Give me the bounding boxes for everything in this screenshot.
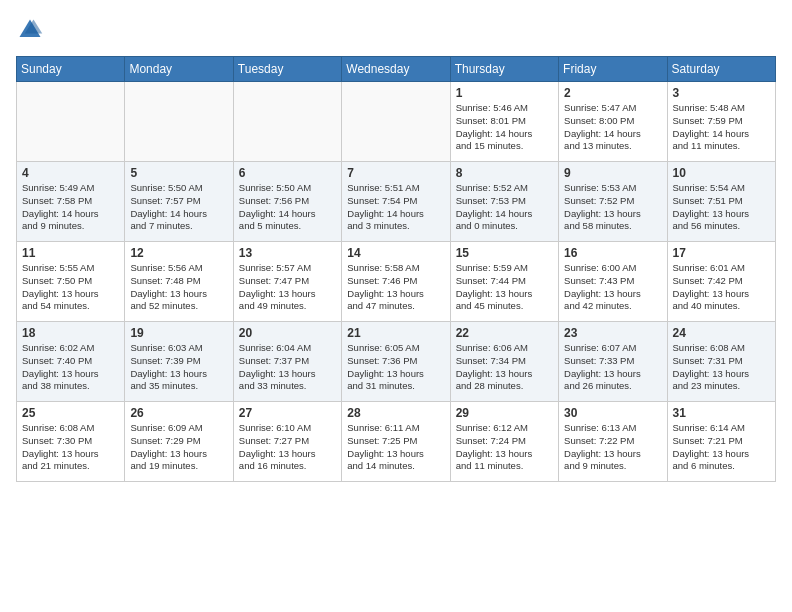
day-number: 10 bbox=[673, 166, 770, 180]
day-detail: Sunrise: 6:08 AM Sunset: 7:31 PM Dayligh… bbox=[673, 342, 770, 393]
calendar-cell: 23Sunrise: 6:07 AM Sunset: 7:33 PM Dayli… bbox=[559, 322, 667, 402]
day-number: 23 bbox=[564, 326, 661, 340]
day-number: 8 bbox=[456, 166, 553, 180]
day-detail: Sunrise: 6:06 AM Sunset: 7:34 PM Dayligh… bbox=[456, 342, 553, 393]
day-detail: Sunrise: 6:04 AM Sunset: 7:37 PM Dayligh… bbox=[239, 342, 336, 393]
day-detail: Sunrise: 5:49 AM Sunset: 7:58 PM Dayligh… bbox=[22, 182, 119, 233]
day-detail: Sunrise: 6:13 AM Sunset: 7:22 PM Dayligh… bbox=[564, 422, 661, 473]
day-number: 20 bbox=[239, 326, 336, 340]
day-number: 5 bbox=[130, 166, 227, 180]
day-detail: Sunrise: 6:10 AM Sunset: 7:27 PM Dayligh… bbox=[239, 422, 336, 473]
day-detail: Sunrise: 5:50 AM Sunset: 7:56 PM Dayligh… bbox=[239, 182, 336, 233]
day-number: 26 bbox=[130, 406, 227, 420]
calendar-cell: 4Sunrise: 5:49 AM Sunset: 7:58 PM Daylig… bbox=[17, 162, 125, 242]
day-number: 7 bbox=[347, 166, 444, 180]
calendar-cell: 10Sunrise: 5:54 AM Sunset: 7:51 PM Dayli… bbox=[667, 162, 775, 242]
day-detail: Sunrise: 6:03 AM Sunset: 7:39 PM Dayligh… bbox=[130, 342, 227, 393]
calendar-cell: 5Sunrise: 5:50 AM Sunset: 7:57 PM Daylig… bbox=[125, 162, 233, 242]
day-detail: Sunrise: 6:11 AM Sunset: 7:25 PM Dayligh… bbox=[347, 422, 444, 473]
day-detail: Sunrise: 6:14 AM Sunset: 7:21 PM Dayligh… bbox=[673, 422, 770, 473]
calendar-week-row: 1Sunrise: 5:46 AM Sunset: 8:01 PM Daylig… bbox=[17, 82, 776, 162]
calendar-cell: 19Sunrise: 6:03 AM Sunset: 7:39 PM Dayli… bbox=[125, 322, 233, 402]
day-number: 13 bbox=[239, 246, 336, 260]
day-number: 30 bbox=[564, 406, 661, 420]
calendar-cell: 22Sunrise: 6:06 AM Sunset: 7:34 PM Dayli… bbox=[450, 322, 558, 402]
day-of-week-header: Saturday bbox=[667, 57, 775, 82]
day-detail: Sunrise: 5:55 AM Sunset: 7:50 PM Dayligh… bbox=[22, 262, 119, 313]
calendar-cell: 1Sunrise: 5:46 AM Sunset: 8:01 PM Daylig… bbox=[450, 82, 558, 162]
calendar-cell: 2Sunrise: 5:47 AM Sunset: 8:00 PM Daylig… bbox=[559, 82, 667, 162]
day-detail: Sunrise: 6:02 AM Sunset: 7:40 PM Dayligh… bbox=[22, 342, 119, 393]
calendar-cell: 28Sunrise: 6:11 AM Sunset: 7:25 PM Dayli… bbox=[342, 402, 450, 482]
day-detail: Sunrise: 6:07 AM Sunset: 7:33 PM Dayligh… bbox=[564, 342, 661, 393]
day-number: 4 bbox=[22, 166, 119, 180]
calendar-cell: 18Sunrise: 6:02 AM Sunset: 7:40 PM Dayli… bbox=[17, 322, 125, 402]
calendar-cell: 21Sunrise: 6:05 AM Sunset: 7:36 PM Dayli… bbox=[342, 322, 450, 402]
calendar-cell: 29Sunrise: 6:12 AM Sunset: 7:24 PM Dayli… bbox=[450, 402, 558, 482]
day-number: 21 bbox=[347, 326, 444, 340]
calendar-header-row: SundayMondayTuesdayWednesdayThursdayFrid… bbox=[17, 57, 776, 82]
day-of-week-header: Friday bbox=[559, 57, 667, 82]
day-number: 17 bbox=[673, 246, 770, 260]
day-detail: Sunrise: 5:57 AM Sunset: 7:47 PM Dayligh… bbox=[239, 262, 336, 313]
day-detail: Sunrise: 6:12 AM Sunset: 7:24 PM Dayligh… bbox=[456, 422, 553, 473]
calendar-cell: 11Sunrise: 5:55 AM Sunset: 7:50 PM Dayli… bbox=[17, 242, 125, 322]
calendar-cell: 13Sunrise: 5:57 AM Sunset: 7:47 PM Dayli… bbox=[233, 242, 341, 322]
day-number: 11 bbox=[22, 246, 119, 260]
day-of-week-header: Tuesday bbox=[233, 57, 341, 82]
calendar-cell: 6Sunrise: 5:50 AM Sunset: 7:56 PM Daylig… bbox=[233, 162, 341, 242]
calendar-week-row: 25Sunrise: 6:08 AM Sunset: 7:30 PM Dayli… bbox=[17, 402, 776, 482]
calendar-cell: 24Sunrise: 6:08 AM Sunset: 7:31 PM Dayli… bbox=[667, 322, 775, 402]
day-detail: Sunrise: 5:50 AM Sunset: 7:57 PM Dayligh… bbox=[130, 182, 227, 233]
day-detail: Sunrise: 5:52 AM Sunset: 7:53 PM Dayligh… bbox=[456, 182, 553, 233]
calendar-cell: 20Sunrise: 6:04 AM Sunset: 7:37 PM Dayli… bbox=[233, 322, 341, 402]
calendar-cell bbox=[233, 82, 341, 162]
day-number: 19 bbox=[130, 326, 227, 340]
calendar-cell bbox=[17, 82, 125, 162]
logo-icon bbox=[16, 16, 44, 44]
day-number: 1 bbox=[456, 86, 553, 100]
day-number: 28 bbox=[347, 406, 444, 420]
day-number: 15 bbox=[456, 246, 553, 260]
calendar-cell: 9Sunrise: 5:53 AM Sunset: 7:52 PM Daylig… bbox=[559, 162, 667, 242]
day-detail: Sunrise: 5:46 AM Sunset: 8:01 PM Dayligh… bbox=[456, 102, 553, 153]
calendar-cell: 31Sunrise: 6:14 AM Sunset: 7:21 PM Dayli… bbox=[667, 402, 775, 482]
calendar-cell: 16Sunrise: 6:00 AM Sunset: 7:43 PM Dayli… bbox=[559, 242, 667, 322]
day-detail: Sunrise: 6:01 AM Sunset: 7:42 PM Dayligh… bbox=[673, 262, 770, 313]
calendar-table: SundayMondayTuesdayWednesdayThursdayFrid… bbox=[16, 56, 776, 482]
day-number: 27 bbox=[239, 406, 336, 420]
day-detail: Sunrise: 5:47 AM Sunset: 8:00 PM Dayligh… bbox=[564, 102, 661, 153]
day-of-week-header: Wednesday bbox=[342, 57, 450, 82]
calendar-cell: 12Sunrise: 5:56 AM Sunset: 7:48 PM Dayli… bbox=[125, 242, 233, 322]
day-detail: Sunrise: 5:48 AM Sunset: 7:59 PM Dayligh… bbox=[673, 102, 770, 153]
calendar-cell: 17Sunrise: 6:01 AM Sunset: 7:42 PM Dayli… bbox=[667, 242, 775, 322]
calendar-cell: 15Sunrise: 5:59 AM Sunset: 7:44 PM Dayli… bbox=[450, 242, 558, 322]
day-of-week-header: Thursday bbox=[450, 57, 558, 82]
day-number: 25 bbox=[22, 406, 119, 420]
day-number: 18 bbox=[22, 326, 119, 340]
calendar-cell: 26Sunrise: 6:09 AM Sunset: 7:29 PM Dayli… bbox=[125, 402, 233, 482]
calendar-cell: 7Sunrise: 5:51 AM Sunset: 7:54 PM Daylig… bbox=[342, 162, 450, 242]
day-detail: Sunrise: 5:59 AM Sunset: 7:44 PM Dayligh… bbox=[456, 262, 553, 313]
calendar-week-row: 18Sunrise: 6:02 AM Sunset: 7:40 PM Dayli… bbox=[17, 322, 776, 402]
day-detail: Sunrise: 5:53 AM Sunset: 7:52 PM Dayligh… bbox=[564, 182, 661, 233]
day-number: 3 bbox=[673, 86, 770, 100]
day-number: 14 bbox=[347, 246, 444, 260]
calendar-cell: 25Sunrise: 6:08 AM Sunset: 7:30 PM Dayli… bbox=[17, 402, 125, 482]
day-detail: Sunrise: 5:54 AM Sunset: 7:51 PM Dayligh… bbox=[673, 182, 770, 233]
calendar-cell: 3Sunrise: 5:48 AM Sunset: 7:59 PM Daylig… bbox=[667, 82, 775, 162]
day-detail: Sunrise: 5:58 AM Sunset: 7:46 PM Dayligh… bbox=[347, 262, 444, 313]
calendar-week-row: 4Sunrise: 5:49 AM Sunset: 7:58 PM Daylig… bbox=[17, 162, 776, 242]
day-number: 22 bbox=[456, 326, 553, 340]
calendar-cell: 14Sunrise: 5:58 AM Sunset: 7:46 PM Dayli… bbox=[342, 242, 450, 322]
calendar-cell bbox=[342, 82, 450, 162]
day-detail: Sunrise: 6:00 AM Sunset: 7:43 PM Dayligh… bbox=[564, 262, 661, 313]
day-number: 12 bbox=[130, 246, 227, 260]
calendar-cell: 27Sunrise: 6:10 AM Sunset: 7:27 PM Dayli… bbox=[233, 402, 341, 482]
day-detail: Sunrise: 6:05 AM Sunset: 7:36 PM Dayligh… bbox=[347, 342, 444, 393]
page-header bbox=[16, 16, 776, 44]
day-number: 16 bbox=[564, 246, 661, 260]
calendar-cell: 30Sunrise: 6:13 AM Sunset: 7:22 PM Dayli… bbox=[559, 402, 667, 482]
day-detail: Sunrise: 5:51 AM Sunset: 7:54 PM Dayligh… bbox=[347, 182, 444, 233]
day-of-week-header: Sunday bbox=[17, 57, 125, 82]
